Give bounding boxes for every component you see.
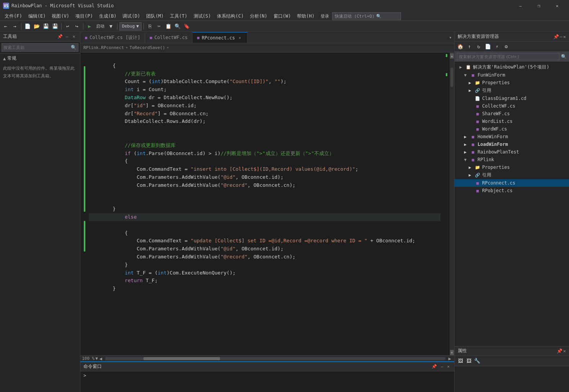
restore-button[interactable]: ❒ [530, 0, 548, 11]
tab-label-1: CollectWF.cs [154, 35, 187, 40]
close-toolbox-btn[interactable]: ✕ [71, 34, 77, 40]
user-login[interactable]: 登录 [321, 13, 329, 19]
scroll-left-btn[interactable]: ◀ [99, 356, 102, 361]
menu-view[interactable]: 视图(V) [49, 12, 72, 20]
menu-team[interactable]: 团队(M) [143, 12, 167, 20]
save-btn[interactable]: 💾 [42, 22, 50, 31]
tab-close-rpconnect[interactable]: ✕ [237, 35, 243, 41]
funwinform-classdiagram[interactable]: ▶ 📄 ClassDiagram1.cd [455, 95, 569, 102]
tab-rpconnect[interactable]: ■ RPconnect.cs ✕ [192, 32, 248, 43]
expand-wordlist: ▶ [467, 118, 473, 124]
solution-search[interactable]: 🔍 [455, 52, 569, 62]
project-label-funwinform: FunWinForm [478, 72, 505, 78]
minimize-button[interactable]: — [512, 0, 529, 11]
rplink-rpconnect[interactable]: ▶ ■ RPconnect.cs [455, 179, 569, 187]
props-icon-btn2[interactable]: 🖼 [465, 357, 473, 365]
rplink-rpobject[interactable]: ▶ ■ RPobject.cs [455, 187, 569, 194]
cs-icon-cwf: ■ [474, 103, 481, 109]
search-toolbox-input[interactable] [3, 45, 71, 50]
scroll-down-btn[interactable]: ▼ [450, 350, 454, 355]
close-button[interactable]: ✕ [548, 0, 566, 11]
start-btn[interactable]: ▶ [85, 22, 94, 31]
rplink-properties[interactable]: ▶ 📁 Properties [455, 163, 569, 171]
scroll-thumb[interactable] [450, 68, 453, 87]
rplink-refs[interactable]: ▶ 🔗 引用 [455, 171, 569, 179]
menu-build[interactable]: 生成(B) [96, 12, 120, 20]
funwinform-wordwf[interactable]: ▶ ■ WordWF.cs [455, 125, 569, 133]
bookmark-btn[interactable]: 🔖 [183, 22, 191, 31]
props-pin-btn[interactable]: 📌 [557, 348, 562, 354]
copy-btn[interactable]: ⎘ [146, 22, 154, 31]
tab-scroll-right[interactable]: ▾ [447, 32, 454, 43]
project-rplink[interactable]: ▼ ■ RPlink [455, 156, 569, 163]
command-auto-hide-btn[interactable]: — [439, 363, 445, 370]
classdiagram-label: ClassDiagram1.cd [482, 96, 527, 101]
funwinform-sharewf[interactable]: ▶ ■ ShareWF.cs [455, 110, 569, 118]
back-btn[interactable]: ← [2, 22, 10, 31]
tab-collectwf[interactable]: ■ CollectWF.cs [145, 32, 192, 43]
find-btn[interactable]: 🔍 [173, 22, 182, 31]
funwinform-refs[interactable]: ▶ 🔗 引用 [455, 87, 569, 95]
command-close-btn[interactable]: ✕ [445, 363, 451, 370]
start-label[interactable]: 启动 [95, 23, 106, 29]
vertical-scrollbar[interactable]: ▲ ▼ [450, 52, 454, 355]
save-all-btn[interactable]: 💾 [51, 22, 59, 31]
tab-collectwf-design[interactable]: ■ CollectWF.cs [设计] [80, 32, 145, 43]
menu-debug[interactable]: 调试(D) [119, 12, 143, 20]
pin-btn[interactable]: 📌 [57, 34, 63, 40]
debug-mode-dropdown[interactable]: Debug ▼ [119, 22, 142, 31]
sol-home-btn[interactable]: 🏠 [456, 42, 465, 51]
quick-launch[interactable]: 快速启动 (Ctrl+Q) 🔍 [332, 12, 401, 20]
menu-architecture[interactable]: 体系结构(C) [214, 12, 247, 20]
code-content[interactable]: { //更新已有表 Count = (int)DtableCollect.Com… [86, 52, 443, 355]
funwinform-wordlist[interactable]: ▶ ■ WordList.cs [455, 118, 569, 125]
open-btn[interactable]: 📂 [33, 22, 41, 31]
props-icon-btn1[interactable]: 🖼 [456, 357, 465, 365]
sol-auto-hide-btn[interactable]: — [560, 34, 562, 39]
paste-btn[interactable]: 📋 [164, 22, 173, 31]
toolbox-section-toggle[interactable]: ▲ 常规 [3, 55, 77, 62]
menu-project[interactable]: 项目(P) [72, 12, 96, 20]
menu-file[interactable]: 文件(F) [2, 12, 25, 20]
menu-tools[interactable]: 工具(T) [167, 12, 191, 20]
new-project-btn[interactable]: 📄 [23, 22, 32, 31]
auto-hide-btn[interactable]: — [64, 34, 70, 40]
method-path: ToRecordSave() [130, 45, 165, 50]
sol-pin-btn[interactable]: 📌 [553, 34, 559, 39]
start-dropdown[interactable]: ▼ [107, 22, 115, 31]
solution-root[interactable]: ▶ 📋 解决方案'RainbowPlan'(5个项目) [455, 63, 569, 71]
command-content[interactable]: > [80, 371, 454, 380]
project-rainbowtest[interactable]: ▶ ■ RainbowPlanTest [455, 148, 569, 156]
project-funwinform[interactable]: ▼ ■ FunWinForm [455, 71, 569, 79]
cut-btn[interactable]: ✂ [155, 22, 163, 31]
forward-btn[interactable]: → [11, 22, 19, 31]
code-editor[interactable]: { //更新已有表 Count = (int)DtableCollect.Com… [80, 52, 454, 355]
expand-icon-cwf: ▶ [467, 103, 473, 109]
search-toolbox[interactable]: 🔍 [2, 43, 78, 52]
sol-close-btn[interactable]: ✕ [563, 34, 566, 39]
command-pin-btn[interactable]: 📌 [430, 363, 439, 370]
redo-btn[interactable]: ↪ [73, 22, 81, 31]
scroll-up-btn[interactable]: ▲ [450, 53, 454, 59]
zoom-dropdown[interactable]: ▼ [95, 356, 98, 361]
h-scroll-track[interactable] [105, 357, 445, 360]
sol-refresh-btn[interactable]: ↻ [474, 42, 483, 51]
project-loadwinform[interactable]: ▶ ■ LoadWinForm [455, 140, 569, 148]
project-homewinform[interactable]: ▶ ■ HomeWinForm [455, 133, 569, 140]
sol-settings-btn[interactable]: ⚙ [502, 42, 510, 51]
menu-test[interactable]: 测试(S) [191, 12, 214, 20]
scroll-right-btn[interactable]: ▶ [448, 356, 451, 361]
props-close-btn[interactable]: ✕ [563, 348, 566, 354]
sol-show-all-btn[interactable]: 📄 [484, 42, 492, 51]
sol-up-btn[interactable]: ↑ [465, 42, 474, 51]
props-icon-btn3[interactable]: 🔧 [473, 357, 481, 365]
funwinform-properties[interactable]: ▶ 📁 Properties [455, 79, 569, 87]
solution-search-input[interactable] [457, 53, 559, 60]
sol-filter-btn[interactable]: ⚡ [493, 42, 501, 51]
menu-window[interactable]: 窗口(W) [271, 12, 294, 20]
menu-analyze[interactable]: 分析(N) [247, 12, 271, 20]
undo-btn[interactable]: ↩ [64, 22, 72, 31]
menu-edit[interactable]: 编辑(E) [25, 12, 49, 20]
menu-help[interactable]: 帮助(H) [294, 12, 318, 20]
funwinform-collectwf[interactable]: ▶ ■ CollectWF.cs [455, 102, 569, 110]
